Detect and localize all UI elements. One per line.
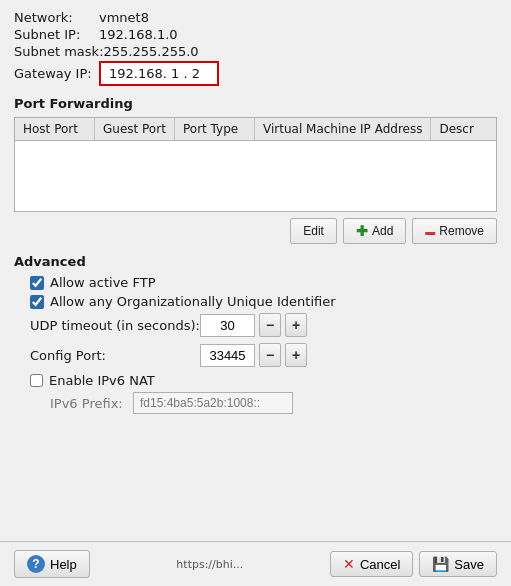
network-row: Network: vmnet8 (14, 10, 497, 25)
udp-row: UDP timeout (in seconds): − + (30, 313, 497, 337)
subnet-mask-label: Subnet mask: (14, 44, 104, 59)
ipv6-checkbox-row: Enable IPv6 NAT (30, 373, 497, 388)
col-host-port: Host Port (15, 118, 95, 140)
cancel-label: Cancel (360, 557, 400, 572)
port-forwarding-table: Host Port Guest Port Port Type Virtual M… (14, 117, 497, 212)
table-actions: Edit ✚ Add ▬ Remove (14, 218, 497, 244)
remove-label: Remove (439, 224, 484, 238)
footer-right: ✕ Cancel 💾 Save (330, 551, 497, 577)
ftp-checkbox[interactable] (30, 276, 44, 290)
add-button[interactable]: ✚ Add (343, 218, 406, 244)
col-desc: Descr (431, 118, 481, 140)
subnet-mask-row: Subnet mask: 255.255.255.0 (14, 44, 497, 59)
gateway-label: Gateway IP: (14, 66, 99, 81)
col-guest-port: Guest Port (95, 118, 175, 140)
advanced-section: Advanced Allow active FTP Allow any Orga… (14, 254, 497, 414)
ipv6-label: Enable IPv6 NAT (49, 373, 155, 388)
port-forwarding-section: Port Forwarding Host Port Guest Port Por… (14, 96, 497, 244)
ipv6-checkbox[interactable] (30, 374, 43, 387)
network-label: Network: (14, 10, 99, 25)
udp-label: UDP timeout (in seconds): (30, 318, 200, 333)
bottom-link: https://bhi... (172, 558, 247, 571)
cancel-button[interactable]: ✕ Cancel (330, 551, 413, 577)
help-icon: ? (27, 555, 45, 573)
advanced-title: Advanced (14, 254, 497, 269)
subnet-ip-label: Subnet IP: (14, 27, 99, 42)
udp-controls: − + (200, 313, 307, 337)
config-controls: − + (200, 343, 307, 367)
footer: ? Help https://bhi... ✕ Cancel 💾 Save (0, 541, 511, 586)
add-icon: ✚ (356, 223, 368, 239)
col-port-type: Port Type (175, 118, 255, 140)
network-value: vmnet8 (99, 10, 149, 25)
config-minus-button[interactable]: − (259, 343, 281, 367)
config-row: Config Port: − + (30, 343, 497, 367)
ftp-row: Allow active FTP (30, 275, 497, 290)
edit-label: Edit (303, 224, 324, 238)
udp-plus-button[interactable]: + (285, 313, 307, 337)
cancel-icon: ✕ (343, 556, 355, 572)
udp-minus-button[interactable]: − (259, 313, 281, 337)
gateway-input[interactable]: 192.168. 1 . 2 (99, 61, 219, 86)
ipv6-section: Enable IPv6 NAT IPv6 Prefix: (30, 373, 497, 414)
save-label: Save (454, 557, 484, 572)
gateway-row: Gateway IP: 192.168. 1 . 2 (14, 61, 497, 86)
oui-row: Allow any Organizationally Unique Identi… (30, 294, 497, 309)
help-label: Help (50, 557, 77, 572)
content-area: Network: vmnet8 Subnet IP: 192.168.1.0 S… (0, 0, 511, 541)
ftp-label: Allow active FTP (50, 275, 156, 290)
edit-button[interactable]: Edit (290, 218, 337, 244)
subnet-mask-value: 255.255.255.0 (104, 44, 199, 59)
oui-checkbox[interactable] (30, 295, 44, 309)
config-plus-button[interactable]: + (285, 343, 307, 367)
gateway-value: 192.168. 1 . 2 (109, 66, 200, 81)
port-forwarding-title: Port Forwarding (14, 96, 497, 111)
add-label: Add (372, 224, 393, 238)
remove-button[interactable]: ▬ Remove (412, 218, 497, 244)
save-icon: 💾 (432, 556, 449, 572)
config-label: Config Port: (30, 348, 200, 363)
ipv6-prefix-label: IPv6 Prefix: (50, 396, 125, 411)
remove-icon: ▬ (425, 226, 435, 237)
ipv6-prefix-row: IPv6 Prefix: (50, 392, 497, 414)
save-button[interactable]: 💾 Save (419, 551, 497, 577)
col-vm-ip: Virtual Machine IP Address (255, 118, 431, 140)
subnet-ip-row: Subnet IP: 192.168.1.0 (14, 27, 497, 42)
udp-input[interactable] (200, 314, 255, 337)
main-window: Network: vmnet8 Subnet IP: 192.168.1.0 S… (0, 0, 511, 586)
config-input[interactable] (200, 344, 255, 367)
help-button[interactable]: ? Help (14, 550, 90, 578)
table-header: Host Port Guest Port Port Type Virtual M… (15, 118, 496, 141)
ipv6-prefix-input[interactable] (133, 392, 293, 414)
table-body (15, 141, 496, 211)
subnet-ip-value: 192.168.1.0 (99, 27, 178, 42)
oui-label: Allow any Organizationally Unique Identi… (50, 294, 336, 309)
